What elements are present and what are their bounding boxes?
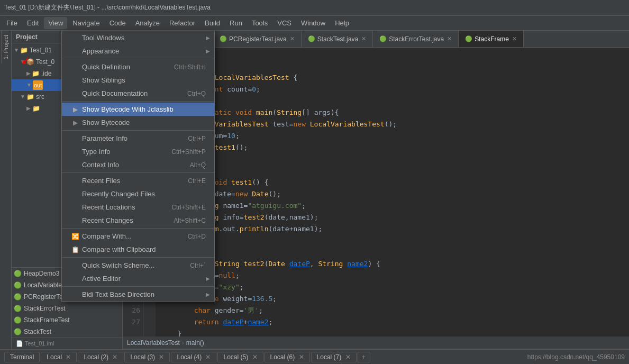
tab-pcregister-close[interactable]: ✕	[290, 35, 295, 42]
quick-def-shortcut: Ctrl+Shift+I	[163, 63, 206, 71]
status-url: https://blog.csdn.net/qq_45950109	[527, 353, 625, 361]
project-folder-icon: 📁	[20, 46, 28, 55]
quick-switch-label: Quick Switch Scheme...	[82, 261, 154, 269]
tree-item-stackerrortest[interactable]: 🟢 StackErrorTest	[12, 303, 122, 314]
menu-show-bytecode-jclasslib[interactable]: ▶ Show Bytecode With Jclasslib	[62, 103, 214, 116]
tree-label-stackerrortest: StackErrorTest	[24, 304, 66, 313]
menu-recent-changes[interactable]: Recent Changes Alt+Shift+C	[62, 214, 214, 227]
menu-recent-locations[interactable]: Recent Locations Ctrl+Shift+E	[62, 201, 214, 214]
tree-label-test01b: t_01	[40, 46, 52, 55]
local7-tab[interactable]: Local (7) ✕	[311, 352, 357, 362]
menu-refactor[interactable]: Refactor	[165, 17, 199, 29]
tree-label-ide: .ide	[41, 69, 51, 78]
local3-tab[interactable]: Local (3) ✕	[124, 352, 170, 362]
menu-navigate[interactable]: Navigate	[68, 17, 104, 29]
menu-file[interactable]: File	[2, 17, 22, 29]
tab-stackframe-close[interactable]: ✕	[512, 35, 517, 42]
module-icon: 📦	[26, 57, 34, 67]
terminal-tab[interactable]: Terminal	[4, 352, 40, 362]
code-content[interactable]: public class LocalVariablesTest { privat…	[156, 48, 629, 336]
show-bytecode-label: Show Bytecode	[82, 119, 130, 126]
sep1	[62, 59, 214, 59]
param-info-shortcut: Ctrl+P	[177, 135, 206, 142]
tab-stackframe-label: StackFrame	[475, 35, 509, 43]
menu-context-info[interactable]: Context Info Alt+Q	[62, 158, 214, 171]
menu-build[interactable]: Build	[200, 17, 224, 29]
expand-icon2: ▼	[20, 57, 25, 67]
menu-edit[interactable]: Edit	[23, 17, 43, 29]
recent-locations-shortcut: Ctrl+Shift+E	[161, 204, 206, 211]
menu-recently-changed[interactable]: Recently Changed Files	[62, 187, 214, 201]
menu-analyze[interactable]: Analyze	[131, 17, 164, 29]
menu-view[interactable]: View	[44, 17, 67, 29]
compare-with-shortcut: Ctrl+D	[177, 233, 206, 240]
menu-window[interactable]: Window	[297, 17, 330, 29]
tab-pcregister-icon: 🟢	[220, 35, 227, 42]
tree-label-heapdemo3: HeapDemo3	[24, 269, 59, 278]
menu-recent-files[interactable]: Recent Files Ctrl+E	[62, 174, 214, 187]
app-title: Test_01 [D:\新建文件夹\Test_01] - ...\src\com…	[4, 3, 211, 12]
tab-stackerror[interactable]: 🟢 StackErrorTest.java ✕	[373, 31, 459, 48]
tool-windows-label: Tool Windows	[82, 34, 124, 42]
sep5	[62, 228, 214, 229]
tab-stacktest[interactable]: 🟢 StackTest.java ✕	[302, 31, 373, 48]
stackerror-icon: 🟢	[14, 304, 22, 313]
title-bar: Test_01 [D:\新建文件夹\Test_01] - ...\src\com…	[0, 0, 629, 16]
local6-tab[interactable]: Local (6) ✕	[265, 352, 310, 362]
menu-bidi-text[interactable]: Bidi Text Base Direction	[62, 288, 214, 301]
breadcrumb-class: LocalVariablesTest	[127, 339, 180, 347]
local5-tab[interactable]: Local (5) ✕	[217, 352, 263, 362]
menu-tools[interactable]: Tools	[248, 17, 272, 29]
context-info-label: Context Info	[82, 161, 119, 169]
compare-clipboard-icon: 📋	[70, 246, 80, 253]
compare-clipboard-label: Compare with Clipboard	[82, 245, 156, 253]
tab-stacktest-close[interactable]: ✕	[361, 35, 366, 42]
expand-icon4: ▼	[26, 80, 32, 90]
tab-stacktest-icon: 🟢	[308, 35, 315, 42]
tab-stackerror-label: StackErrorTest.java	[389, 35, 444, 43]
tree-label-stacktest: StackTest	[24, 327, 51, 336]
localvars-icon: 🟢	[14, 280, 22, 290]
compare-with-icon: 🔀	[70, 233, 80, 240]
menu-compare-clipboard[interactable]: 📋 Compare with Clipboard	[62, 243, 214, 256]
menu-show-bytecode[interactable]: ▶ Show Bytecode	[62, 116, 214, 129]
recent-files-label: Recent Files	[82, 177, 120, 185]
menu-quick-definition[interactable]: Quick Definition Ctrl+Shift+I	[62, 60, 214, 74]
menu-code[interactable]: Code	[105, 17, 130, 29]
tab-pcregister[interactable]: 🟢 PCRegisterTest.java ✕	[213, 31, 302, 48]
tree-label-stackframetest: StackFrameTest	[24, 315, 70, 325]
local2-tab[interactable]: Local (2) ✕	[78, 352, 123, 362]
menu-appearance[interactable]: Appearance	[62, 44, 214, 58]
menu-vcs[interactable]: VCS	[273, 17, 296, 29]
menu-run[interactable]: Run	[225, 17, 247, 29]
menu-tool-windows[interactable]: Tool Windows	[62, 31, 214, 44]
menu-quick-switch[interactable]: Quick Switch Scheme... Ctrl+`	[62, 259, 214, 272]
tree-item-stacktest[interactable]: 🟢 StackTest	[12, 326, 122, 338]
breadcrumb-method: main()	[186, 339, 204, 347]
tab-stackerror-close[interactable]: ✕	[447, 35, 452, 42]
menu-compare-with[interactable]: 🔀 Compare With... Ctrl+D	[62, 230, 214, 243]
tab-stackframe[interactable]: 🟢 StackFrame ✕	[459, 31, 524, 48]
tab-pcregister-label: PCRegisterTest.java	[229, 35, 287, 43]
add-tab-button[interactable]: +	[358, 352, 370, 362]
local-tab[interactable]: Local ✕	[41, 352, 77, 362]
tree-item-stackframetest[interactable]: 🟢 StackFrameTest	[12, 314, 122, 326]
expand-icon3: ▶	[26, 69, 31, 78]
view-menu-dropdown: Tool Windows Appearance Quick Definition…	[61, 31, 215, 302]
type-info-label: Type Info	[82, 148, 110, 156]
menu-parameter-info[interactable]: Parameter Info Ctrl+P	[62, 132, 214, 145]
menu-type-info[interactable]: Type Info Ctrl+Shift+P	[62, 145, 214, 158]
project-side-label[interactable]: 1: Project	[1, 31, 10, 63]
status-bar: Terminal Local ✕ Local (2) ✕ Local (3) ✕…	[0, 349, 629, 364]
menu-show-siblings[interactable]: Show Siblings	[62, 74, 214, 87]
appearance-label: Appearance	[82, 47, 119, 55]
menu-quick-doc[interactable]: Quick Documentation Ctrl+Q	[62, 87, 214, 100]
quick-doc-shortcut: Ctrl+Q	[177, 90, 206, 97]
tab-stackerror-icon: 🟢	[379, 35, 387, 42]
menu-active-editor[interactable]: Active Editor	[62, 272, 214, 285]
recent-files-shortcut: Ctrl+E	[177, 177, 206, 185]
sep7	[62, 286, 214, 287]
local4-tab[interactable]: Local (4) ✕	[171, 352, 216, 362]
menu-help[interactable]: Help	[331, 17, 353, 29]
heapdemo-icon: 🟢	[14, 269, 22, 278]
